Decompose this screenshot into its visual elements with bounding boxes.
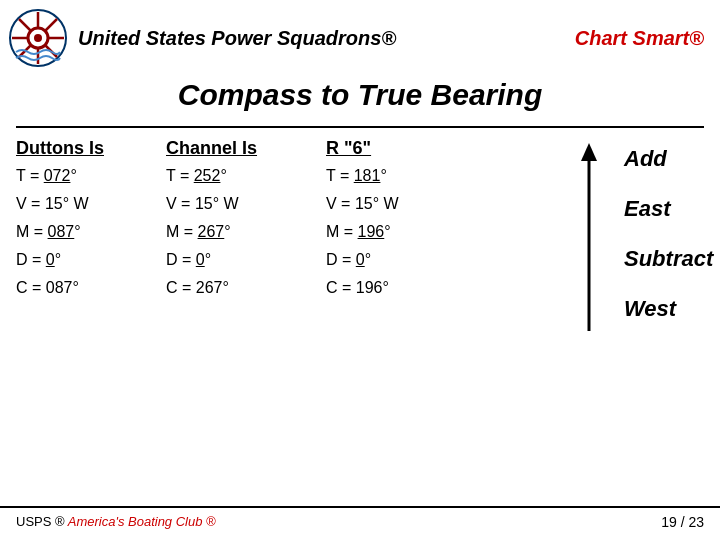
t-channel-value: 252: [194, 167, 221, 184]
footer-page-number: 19 / 23: [661, 514, 704, 530]
header: United States Power Squadrons® Chart Sma…: [0, 0, 720, 72]
side-label-east: East: [624, 198, 713, 220]
side-label-add: Add: [624, 148, 713, 170]
footer: USPS ® America's Boating Club ® 19 / 23: [0, 506, 720, 530]
cell-m-duttons: M = 087°: [16, 223, 166, 241]
column-headers: Duttons Is Channel Is R "6": [16, 138, 564, 159]
t-r6-value: 181: [354, 167, 381, 184]
header-left: United States Power Squadrons®: [8, 8, 396, 68]
t-duttons-value: 072: [44, 167, 71, 184]
cell-c-duttons: C = 087°: [16, 279, 166, 297]
data-rows: T = 072° T = 252° T = 181° V = 15° W V =…: [16, 167, 564, 297]
page-title: Compass to True Bearing: [16, 72, 704, 128]
table-row: T = 072° T = 252° T = 181°: [16, 167, 564, 185]
cell-v-r6: V = 15° W: [326, 195, 486, 213]
cell-d-duttons: D = 0°: [16, 251, 166, 269]
cell-v-channel: V = 15° W: [166, 195, 326, 213]
usps-logo-icon: [8, 8, 68, 68]
chart-smart-title: Chart Smart®: [575, 27, 704, 50]
cell-t-channel: T = 252°: [166, 167, 326, 185]
side-panel: Add East Subtract West: [564, 138, 704, 320]
side-label-subtract: Subtract: [624, 248, 713, 270]
side-labels: Add East Subtract West: [624, 138, 713, 320]
cell-d-r6: D = 0°: [326, 251, 486, 269]
cell-c-channel: C = 267°: [166, 279, 326, 297]
table-row: M = 087° M = 267° M = 196°: [16, 223, 564, 241]
col-header-channel: Channel Is: [166, 138, 326, 159]
col-header-r6: R "6": [326, 138, 486, 159]
table-row: C = 087° C = 267° C = 196°: [16, 279, 564, 297]
arrow-container: [574, 138, 604, 338]
main-content: Duttons Is Channel Is R "6" T = 072° T =…: [0, 128, 720, 320]
footer-usps-label: USPS ®: [16, 514, 65, 529]
cell-m-r6: M = 196°: [326, 223, 486, 241]
cell-t-r6: T = 181°: [326, 167, 486, 185]
footer-abc-label: America's Boating Club ®: [65, 514, 216, 529]
cell-d-channel: D = 0°: [166, 251, 326, 269]
direction-arrow-icon: [575, 141, 603, 336]
footer-left: USPS ® America's Boating Club ®: [16, 514, 216, 530]
cell-c-r6: C = 196°: [326, 279, 486, 297]
table-row: D = 0° D = 0° D = 0°: [16, 251, 564, 269]
table-row: V = 15° W V = 15° W V = 15° W: [16, 195, 564, 213]
col-header-duttons: Duttons Is: [16, 138, 166, 159]
svg-marker-12: [581, 143, 597, 161]
cell-t-duttons: T = 072°: [16, 167, 166, 185]
org-title: United States Power Squadrons®: [78, 27, 396, 50]
cell-m-channel: M = 267°: [166, 223, 326, 241]
side-label-west: West: [624, 298, 713, 320]
svg-point-2: [34, 34, 42, 42]
table-section: Duttons Is Channel Is R "6" T = 072° T =…: [16, 138, 564, 320]
cell-v-duttons: V = 15° W: [16, 195, 166, 213]
